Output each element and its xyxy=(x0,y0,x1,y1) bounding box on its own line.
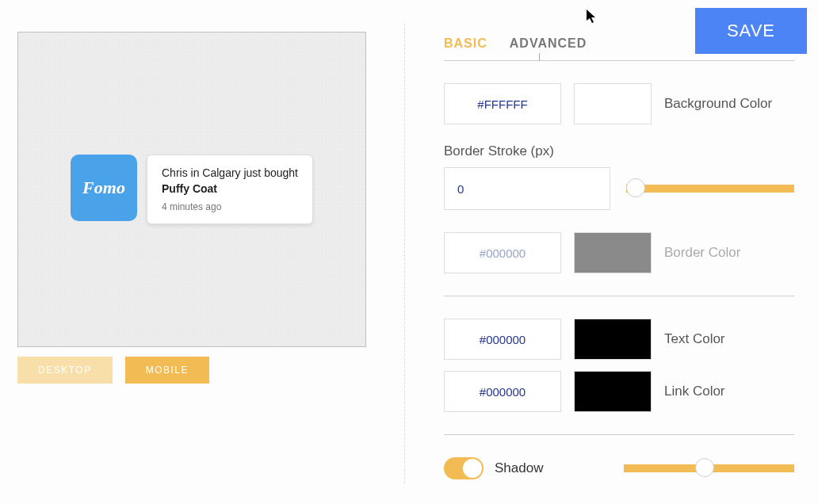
border-swatch[interactable] xyxy=(574,232,652,273)
border-stroke-slider[interactable] xyxy=(626,185,794,193)
shadow-row: Shadow xyxy=(444,457,794,479)
shadow-slider-thumb[interactable] xyxy=(695,458,714,477)
shadow-slider[interactable] xyxy=(624,464,794,472)
link-color-label: Link Color xyxy=(664,384,725,399)
border-color-label: Border Color xyxy=(664,245,740,261)
settings-panel: BASIC ADVANCED #FFFFFF Background Color … xyxy=(444,36,794,504)
text-swatch[interactable] xyxy=(574,319,652,360)
tab-advanced[interactable]: ADVANCED xyxy=(510,36,587,51)
notification-body: Chris in Calgary just bought Puffy Coat … xyxy=(147,155,313,224)
divider-1 xyxy=(444,296,794,296)
background-swatch[interactable] xyxy=(574,83,652,124)
shadow-label: Shadow xyxy=(495,460,543,476)
border-hex-input[interactable]: #000000 xyxy=(444,232,561,273)
link-color-row: #000000 Link Color xyxy=(444,371,794,412)
border-stroke-label: Border Stroke (px) xyxy=(444,143,794,159)
text-color-label: Text Color xyxy=(664,331,725,347)
background-color-row: #FFFFFF Background Color xyxy=(444,83,794,124)
text-color-row: #000000 Text Color xyxy=(444,319,794,360)
preview-panel: Fomo Chris in Calgary just bought Puffy … xyxy=(17,32,366,384)
notification-time: 4 minutes ago xyxy=(162,201,298,212)
link-swatch[interactable] xyxy=(574,371,652,412)
preview-canvas: Fomo Chris in Calgary just bought Puffy … xyxy=(17,32,366,347)
mouse-cursor xyxy=(587,10,598,28)
notification-line1: Chris in Calgary just bought xyxy=(162,166,298,179)
tab-basic[interactable]: BASIC xyxy=(444,36,487,51)
slider-thumb[interactable] xyxy=(626,178,645,197)
border-stroke-input[interactable]: 0 xyxy=(444,167,610,210)
fomo-logo: Fomo xyxy=(71,155,137,221)
border-stroke-row: 0 xyxy=(444,167,794,210)
vertical-divider xyxy=(404,24,405,483)
tab-indicator xyxy=(539,53,540,61)
settings-tabs: BASIC ADVANCED xyxy=(444,36,794,61)
tab-mobile[interactable]: MOBILE xyxy=(125,357,209,384)
text-hex-input[interactable]: #000000 xyxy=(444,319,561,360)
toggle-knob xyxy=(463,459,482,478)
shadow-toggle[interactable] xyxy=(444,457,484,479)
divider-2 xyxy=(444,434,794,435)
notification-preview: Fomo Chris in Calgary just bought Puffy … xyxy=(71,155,313,224)
border-color-row: #000000 Border Color xyxy=(444,232,794,273)
device-tabs: DESKTOP MOBILE xyxy=(17,357,366,384)
notification-product: Puffy Coat xyxy=(162,182,298,195)
background-label: Background Color xyxy=(664,96,772,112)
background-hex-input[interactable]: #FFFFFF xyxy=(444,83,561,124)
tab-desktop[interactable]: DESKTOP xyxy=(17,357,113,384)
link-hex-input[interactable]: #000000 xyxy=(444,371,561,412)
